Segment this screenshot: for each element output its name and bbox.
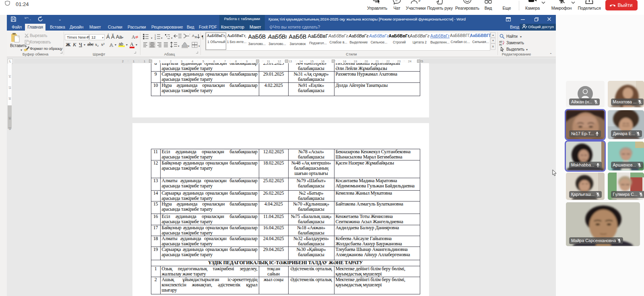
svg-text:ac: ac bbox=[499, 43, 502, 45]
svg-text:9: 9 bbox=[418, 0, 421, 2]
svg-text:ab: ab bbox=[499, 40, 502, 43]
